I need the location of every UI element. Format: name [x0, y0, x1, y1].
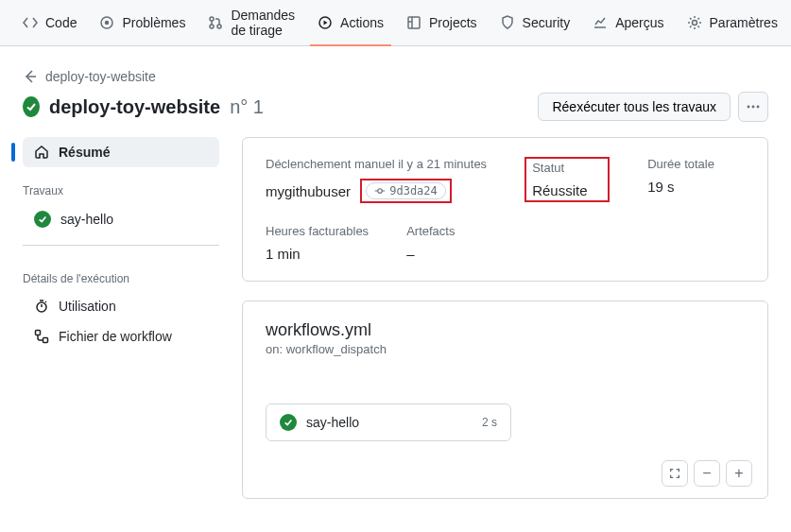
- svg-point-4: [217, 25, 221, 28]
- tab-pulls-label: Demandes de tirage: [231, 8, 295, 38]
- duration-label: Durée totale: [647, 157, 732, 171]
- svg-point-3: [210, 25, 214, 28]
- billable-value: 1 min: [266, 246, 369, 262]
- success-check-icon: [23, 96, 40, 117]
- svg-point-7: [692, 21, 696, 26]
- tab-projects[interactable]: Projects: [399, 0, 485, 45]
- svg-rect-13: [43, 338, 48, 343]
- sha-highlight: 9d3da24: [360, 179, 452, 203]
- tab-projects-label: Projects: [429, 15, 477, 30]
- svg-rect-12: [36, 331, 41, 335]
- zoom-in-button[interactable]: +: [726, 460, 752, 487]
- commit-sha: 9d3da24: [389, 184, 438, 197]
- trigger-label: Déclenchement manuel il y a 21 minutes: [266, 157, 487, 171]
- workflow-name: deploy-toy-website: [49, 96, 220, 118]
- sidebar-workflow-file[interactable]: Fichier de workflow: [23, 321, 219, 352]
- fullscreen-button[interactable]: [662, 460, 688, 487]
- sidebar-summary[interactable]: Résumé: [23, 137, 219, 167]
- graph-icon: [593, 15, 608, 30]
- sidebar-summary-label: Résumé: [59, 145, 110, 160]
- arrow-left-icon[interactable]: [23, 69, 38, 84]
- trigger-value-row: mygithubuser 9d3da24: [266, 179, 487, 203]
- workflow-icon: [34, 329, 49, 344]
- shield-icon: [500, 15, 515, 30]
- success-check-icon: [34, 211, 51, 228]
- run-sidebar: Résumé Travaux say-hello Détails de l'ex…: [23, 137, 219, 352]
- svg-point-2: [210, 17, 214, 21]
- job-node-name: say-hello: [306, 415, 359, 430]
- sidebar-job-item[interactable]: say-hello: [23, 203, 219, 235]
- success-check-icon: [280, 414, 297, 431]
- workflow-filename: workflows.yml: [266, 320, 745, 340]
- workflow-trigger: on: workflow_dispatch: [266, 342, 745, 356]
- run-title: deploy-toy-website n° 1: [23, 96, 264, 118]
- sidebar-separator: [23, 245, 219, 246]
- svg-rect-6: [408, 17, 420, 28]
- issue-icon: [99, 15, 114, 30]
- duration-value: 19 s: [647, 179, 732, 195]
- home-icon: [34, 145, 49, 160]
- sidebar-details-heading: Détails de l'exécution: [23, 255, 219, 291]
- status-highlight: Statut Réussite: [524, 157, 610, 202]
- tab-settings-label: Paramètres: [710, 15, 778, 30]
- workflow-graph-card: workflows.yml on: workflow_dispatch say-…: [242, 300, 768, 499]
- svg-point-14: [378, 189, 383, 194]
- tab-pull-requests[interactable]: Demandes de tirage: [200, 0, 302, 45]
- svg-point-9: [752, 106, 755, 109]
- svg-point-10: [757, 106, 760, 109]
- breadcrumb: deploy-toy-website: [0, 46, 791, 88]
- tab-code-label: Code: [45, 15, 77, 30]
- sidebar-jobs-heading: Travaux: [23, 167, 219, 203]
- tab-actions[interactable]: Actions: [310, 0, 391, 45]
- tab-security[interactable]: Security: [492, 0, 578, 45]
- run-number: n° 1: [230, 96, 264, 118]
- sidebar-usage[interactable]: Utilisation: [23, 291, 219, 321]
- tab-issues-label: Problèmes: [122, 15, 185, 30]
- rerun-all-button[interactable]: Réexécuter tous les travaux: [538, 93, 731, 121]
- graph-zoom-controls: − +: [662, 460, 752, 487]
- status-label: Statut: [532, 161, 602, 175]
- tab-insights-label: Aperçus: [615, 15, 663, 30]
- tab-code[interactable]: Code: [15, 0, 84, 45]
- billable-label: Heures facturables: [266, 224, 369, 238]
- sidebar-workflow-file-label: Fichier de workflow: [59, 329, 172, 344]
- git-pull-request-icon: [208, 15, 223, 30]
- tab-actions-label: Actions: [340, 15, 384, 30]
- git-commit-icon: [374, 185, 386, 197]
- zoom-out-button[interactable]: −: [694, 460, 720, 487]
- commit-sha-chip[interactable]: 9d3da24: [366, 182, 446, 199]
- run-summary-card: Déclenchement manuel il y a 21 minutes m…: [242, 137, 768, 282]
- artifacts-label: Artefacts: [406, 224, 491, 238]
- project-icon: [406, 15, 421, 30]
- repo-tabs-bar: Code Problèmes Demandes de tirage Action…: [0, 0, 791, 46]
- kebab-menu-button[interactable]: [738, 92, 768, 122]
- tab-insights[interactable]: Aperçus: [585, 0, 671, 45]
- tab-settings[interactable]: Paramètres: [679, 0, 785, 45]
- tab-security-label: Security: [523, 15, 571, 30]
- svg-point-8: [748, 106, 750, 109]
- job-node[interactable]: say-hello 2 s: [266, 403, 511, 441]
- status-value: Réussite: [532, 182, 602, 198]
- play-icon: [318, 15, 333, 30]
- job-node-duration: 2 s: [482, 416, 497, 429]
- artifacts-value: –: [406, 246, 491, 262]
- actor-name[interactable]: mygithubuser: [266, 183, 351, 199]
- stopwatch-icon: [34, 299, 49, 314]
- gear-icon: [687, 15, 702, 30]
- code-icon: [23, 15, 38, 30]
- sidebar-job-label: say-hello: [60, 212, 113, 227]
- tab-issues[interactable]: Problèmes: [92, 0, 193, 45]
- breadcrumb-parent[interactable]: deploy-toy-website: [45, 69, 156, 84]
- svg-point-1: [106, 22, 109, 25]
- sidebar-usage-label: Utilisation: [59, 299, 116, 314]
